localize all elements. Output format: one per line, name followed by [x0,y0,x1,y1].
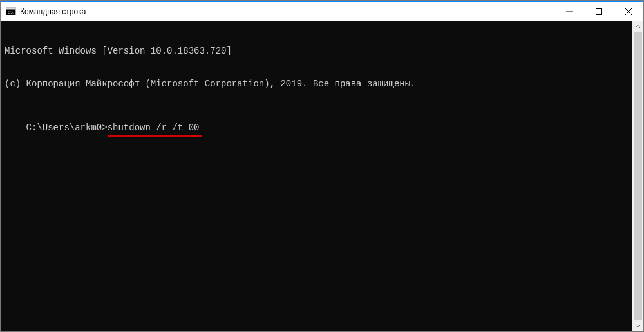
scroll-up-arrow-icon[interactable] [632,21,643,32]
terminal-line-copyright: (c) Корпорация Майкрософт (Microsoft Cor… [5,79,639,90]
vertical-scrollbar[interactable] [632,21,643,331]
scrollbar-track[interactable] [632,32,643,320]
command-underline-annotation [108,135,203,137]
scroll-down-arrow-icon[interactable] [632,320,643,331]
window-controls [554,2,643,21]
svg-text:C:\: C:\ [8,10,14,15]
svg-rect-4 [596,8,602,14]
close-button[interactable] [614,2,643,21]
scrollbar-thumb[interactable] [634,32,642,320]
cmd-window: C:\ Командная строка Microsoft Windows [… [0,0,644,332]
terminal-command-wrap: shutdown /r /t 00 [108,122,200,133]
cmd-icon: C:\ [6,6,16,17]
maximize-button[interactable] [584,2,614,21]
terminal-line-version: Microsoft Windows [Version 10.0.18363.72… [5,46,639,57]
terminal-area[interactable]: Microsoft Windows [Version 10.0.18363.72… [1,21,643,331]
terminal-prompt-line: C:\Users\arkm0>shutdown /r /t 00 [26,122,200,133]
minimize-button[interactable] [554,2,584,21]
titlebar[interactable]: C:\ Командная строка [1,2,643,21]
window-title: Командная строка [20,7,86,16]
terminal-command: shutdown /r /t 00 [108,122,200,133]
terminal-prompt: C:\Users\arkm0> [26,122,108,133]
